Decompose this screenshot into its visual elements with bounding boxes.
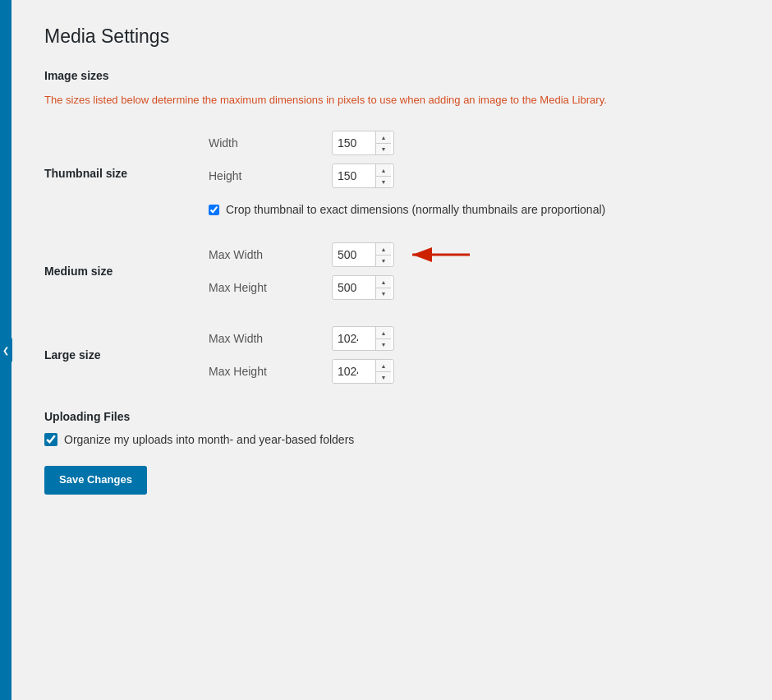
thumbnail-height-spinner: ▲ ▼ <box>375 164 391 187</box>
uploading-title: Uploading Files <box>44 410 739 423</box>
medium-width-input[interactable] <box>333 244 375 265</box>
thumbnail-height-row: Height ▲ ▼ <box>209 163 731 188</box>
large-height-down[interactable]: ▼ <box>376 371 391 383</box>
thumbnail-row: Thumbnail size Width ▲ <box>44 124 739 223</box>
medium-fields: Max Width ▲ ▼ <box>209 242 731 300</box>
medium-width-down[interactable]: ▼ <box>376 255 391 266</box>
thumbnail-width-up[interactable]: ▲ <box>376 131 391 143</box>
large-height-input[interactable] <box>333 361 375 382</box>
spacer-row-2 <box>44 306 739 320</box>
medium-width-spinner: ▲ ▼ <box>375 243 391 266</box>
thumbnail-width-spinner: ▲ ▼ <box>375 131 391 154</box>
thumbnail-width-row: Width ▲ ▼ <box>209 131 731 155</box>
page-wrapper: ❮ Media Settings Image sizes The sizes l… <box>0 0 772 700</box>
crop-checkbox[interactable] <box>209 205 219 215</box>
crop-checkbox-row: Crop thumbnail to exact dimensions (norm… <box>209 203 731 216</box>
medium-height-input-wrapper: ▲ ▼ <box>332 275 394 300</box>
large-height-up[interactable]: ▲ <box>376 360 391 371</box>
thumbnail-height-label: Height <box>209 169 332 182</box>
large-height-input-wrapper: ▲ ▼ <box>332 359 394 384</box>
thumbnail-width-down[interactable]: ▼ <box>376 143 391 154</box>
left-sidebar-bar: ❮ <box>0 0 11 700</box>
large-width-down[interactable]: ▼ <box>376 338 391 350</box>
sidebar-toggle[interactable]: ❮ <box>0 337 12 363</box>
main-content: Media Settings Image sizes The sizes lis… <box>11 0 772 700</box>
image-sizes-section: Image sizes The sizes listed below deter… <box>44 69 739 391</box>
thumbnail-width-label: Width <box>209 136 332 150</box>
organize-checkbox-row: Organize my uploads into month- and year… <box>44 433 739 446</box>
image-sizes-title: Image sizes <box>44 69 739 82</box>
medium-width-up[interactable]: ▲ <box>376 243 391 255</box>
large-width-up[interactable]: ▲ <box>376 327 391 338</box>
image-sizes-description: The sizes listed below determine the max… <box>44 92 739 108</box>
large-label: Large size <box>44 320 209 390</box>
uploading-section: Uploading Files Organize my uploads into… <box>44 410 739 446</box>
large-height-label: Max Height <box>209 365 332 378</box>
large-width-row: Max Width ▲ ▼ <box>209 326 731 351</box>
organize-checkbox[interactable] <box>44 433 57 446</box>
settings-table: Thumbnail size Width ▲ <box>44 124 739 390</box>
medium-label: Medium size <box>44 236 209 306</box>
medium-width-label: Max Width <box>209 248 332 261</box>
medium-width-row: Max Width ▲ ▼ <box>209 242 731 267</box>
save-button-container: Save Changes <box>44 466 739 494</box>
thumbnail-height-input-wrapper: ▲ ▼ <box>332 163 394 188</box>
thumbnail-width-input[interactable] <box>333 132 375 154</box>
large-width-input-wrapper: ▲ ▼ <box>332 326 394 351</box>
organize-label[interactable]: Organize my uploads into month- and year… <box>64 433 354 446</box>
large-height-spinner: ▲ ▼ <box>375 360 391 383</box>
medium-height-row: Max Height ▲ ▼ <box>209 275 731 300</box>
medium-height-up[interactable]: ▲ <box>376 276 391 288</box>
chevron-left-icon: ❮ <box>2 346 9 355</box>
thumbnail-fields: Width ▲ ▼ <box>209 131 731 216</box>
page-title: Media Settings <box>44 25 739 49</box>
medium-height-spinner: ▲ ▼ <box>375 276 391 299</box>
thumbnail-height-input[interactable] <box>333 165 375 187</box>
medium-height-input[interactable] <box>333 277 375 298</box>
large-height-row: Max Height ▲ ▼ <box>209 359 731 384</box>
medium-row: Medium size Max Width ▲ <box>44 236 739 306</box>
thumbnail-label: Thumbnail size <box>44 124 209 223</box>
spacer-row-1 <box>44 223 739 236</box>
thumbnail-width-input-wrapper: ▲ ▼ <box>332 131 394 155</box>
large-width-input[interactable] <box>333 328 375 349</box>
large-width-label: Max Width <box>209 332 332 345</box>
thumbnail-height-down[interactable]: ▼ <box>376 176 391 187</box>
large-fields: Max Width ▲ ▼ <box>209 326 731 384</box>
crop-label[interactable]: Crop thumbnail to exact dimensions (norm… <box>226 203 605 216</box>
large-row: Large size Max Width ▲ <box>44 320 739 390</box>
arrow-annotation <box>406 242 471 267</box>
medium-height-down[interactable]: ▼ <box>376 288 391 299</box>
large-width-spinner: ▲ ▼ <box>375 327 391 350</box>
thumbnail-height-up[interactable]: ▲ <box>376 164 391 176</box>
red-arrow-icon <box>406 242 471 267</box>
save-changes-button[interactable]: Save Changes <box>44 466 147 494</box>
medium-width-input-wrapper: ▲ ▼ <box>332 242 394 267</box>
medium-height-label: Max Height <box>209 281 332 294</box>
